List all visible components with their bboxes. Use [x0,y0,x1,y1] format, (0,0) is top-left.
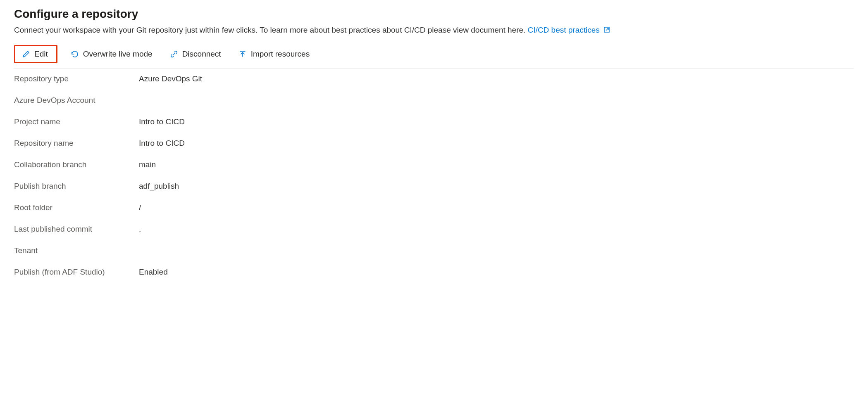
project-name-label: Project name [14,117,138,126]
disconnect-icon [170,50,178,58]
toolbar: Edit Overwrite live mode Disconnect [14,43,854,69]
collab-branch-label: Collaboration branch [14,160,138,169]
publish-branch-label: Publish branch [14,182,138,191]
edit-button[interactable]: Edit [18,47,52,61]
repo-name-value: Intro to CICD [139,139,510,148]
azure-account-value [139,96,510,105]
last-commit-label: Last published commit [14,225,138,234]
tenant-label: Tenant [14,246,138,255]
page-title: Configure a repository [14,7,854,21]
import-label: Import resources [251,50,310,59]
publish-branch-value: adf_publish [139,182,510,191]
last-commit-value: . [139,225,510,234]
azure-account-label: Azure DevOps Account [14,96,138,105]
repo-type-label: Repository type [14,74,138,83]
publish-adf-label: Publish (from ADF Studio) [14,268,138,277]
import-resources-button[interactable]: Import resources [234,47,314,61]
refresh-icon [71,50,79,58]
pencil-icon [22,50,30,58]
project-name-value: Intro to CICD [139,117,510,126]
repo-name-label: Repository name [14,139,138,148]
edit-label: Edit [34,50,48,59]
disconnect-button[interactable]: Disconnect [166,47,225,61]
overwrite-live-mode-button[interactable]: Overwrite live mode [67,47,157,61]
collab-branch-value: main [139,160,510,169]
external-link-icon [603,25,610,32]
page-subtitle: Connect your workspace with your Git rep… [14,25,854,36]
cicd-best-practices-link[interactable]: CI/CD best practices [528,26,610,34]
repo-details: Repository type Azure DevOps Git Azure D… [14,74,510,277]
import-icon [238,50,247,58]
disconnect-label: Disconnect [182,50,221,59]
cicd-link-label: CI/CD best practices [528,26,600,34]
repo-type-value: Azure DevOps Git [139,74,510,83]
subtitle-text: Connect your workspace with your Git rep… [14,26,528,34]
edit-highlight: Edit [14,45,57,63]
tenant-value [139,246,510,255]
configure-repository-page: Configure a repository Connect your work… [0,0,868,293]
overwrite-label: Overwrite live mode [83,50,153,59]
root-folder-value: / [139,203,510,212]
publish-adf-value: Enabled [139,268,510,277]
root-folder-label: Root folder [14,203,138,212]
